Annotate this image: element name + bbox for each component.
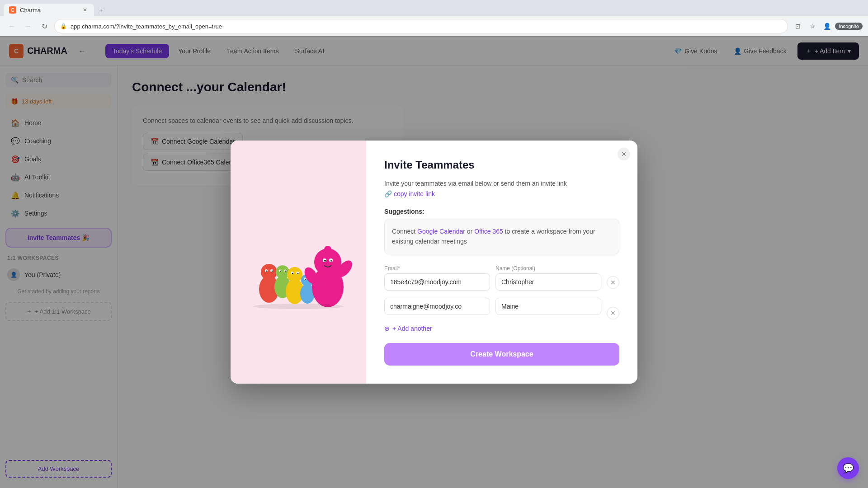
extension-button[interactable]: ⊡: [792, 20, 804, 33]
profile-button[interactable]: 👤: [821, 20, 833, 33]
name-group-2: [495, 296, 601, 315]
bookmark-button[interactable]: ☆: [806, 20, 819, 33]
svg-point-33: [253, 304, 344, 309]
add-another-label: + Add another: [392, 325, 432, 332]
browser-controls: ← → ↻ 🔒 app.charma.com/?invite_teammates…: [0, 16, 868, 36]
modal-description: Invite your teammates via email below or…: [384, 178, 619, 199]
svg-point-16: [292, 273, 293, 274]
svg-point-4: [266, 271, 268, 272]
suggestions-label: Suggestions:: [384, 208, 619, 215]
characters-illustration: [244, 199, 353, 325]
email-label-1: Email*: [384, 265, 490, 272]
name-label-1: Name (Optional): [495, 265, 601, 272]
svg-point-32: [324, 246, 331, 253]
google-calendar-link[interactable]: Google Calendar: [417, 226, 465, 236]
chat-icon: 💬: [843, 463, 854, 474]
create-workspace-label: Create Workspace: [470, 350, 533, 358]
back-button[interactable]: ←: [5, 20, 18, 33]
browser-chrome: C Charma ✕ + ← → ↻ 🔒 app.charma.com/?inv…: [0, 0, 868, 37]
modal-desc-text: Invite your teammates via email below or…: [384, 180, 567, 187]
incognito-badge: Incognito: [835, 23, 863, 30]
add-another-button[interactable]: ⊕ + Add another: [384, 325, 432, 332]
delete-row-2-button[interactable]: ✕: [607, 307, 619, 319]
svg-point-17: [297, 273, 299, 274]
copy-link-label: copy invite link: [394, 189, 435, 199]
modal-overlay: × Invite Teammates Invite your teammates…: [0, 36, 868, 488]
name-group-1: Name (Optional): [495, 265, 601, 291]
svg-point-30: [324, 260, 326, 262]
svg-point-10: [280, 271, 281, 272]
new-tab-button[interactable]: +: [94, 4, 184, 16]
svg-point-22: [305, 279, 306, 280]
office365-link[interactable]: Office 365: [474, 226, 503, 236]
suggestions-box: Connect Google Calendar or Office 365 to…: [384, 219, 619, 254]
svg-point-7: [276, 265, 289, 279]
modal-title: Invite Teammates: [384, 159, 619, 171]
browser-actions: ⊡ ☆ 👤 Incognito: [792, 20, 863, 33]
address-bar[interactable]: 🔒 app.charma.com/?invite_teammates_by_em…: [54, 19, 788, 33]
email-group-2: [384, 296, 490, 315]
svg-point-11: [285, 271, 286, 272]
svg-point-31: [330, 260, 332, 262]
modal-illustration-panel: [231, 141, 366, 384]
modal-close-button[interactable]: ×: [618, 148, 630, 160]
email-input-1[interactable]: [384, 273, 490, 291]
svg-point-13: [287, 267, 302, 282]
link-icon: 🔗: [384, 189, 392, 199]
form-row-2: ✕: [384, 296, 619, 319]
create-workspace-button[interactable]: Create Workspace: [384, 343, 619, 366]
tab-bar: C Charma ✕ +: [0, 0, 868, 16]
name-input-1[interactable]: [495, 273, 601, 291]
favicon: C: [9, 6, 16, 14]
modal-form-panel: × Invite Teammates Invite your teammates…: [366, 141, 637, 384]
svg-point-5: [272, 271, 273, 272]
url-text: app.charma.com/?invite_teammates_by_emai…: [71, 23, 222, 30]
invite-modal: × Invite Teammates Invite your teammates…: [231, 141, 637, 384]
delete-row-1-button[interactable]: ✕: [607, 276, 619, 289]
name-input-2[interactable]: [495, 298, 601, 315]
tab-title: Charma: [20, 7, 41, 14]
email-group-1: Email*: [384, 265, 490, 291]
email-input-2[interactable]: [384, 298, 490, 315]
add-another-icon: ⊕: [384, 325, 390, 332]
lock-icon: 🔒: [60, 23, 67, 29]
browser-tab[interactable]: C Charma ✕: [4, 4, 94, 16]
forward-button[interactable]: →: [22, 20, 34, 33]
reload-button[interactable]: ↻: [38, 20, 51, 33]
chat-bubble-button[interactable]: 💬: [837, 457, 859, 479]
copy-invite-link[interactable]: 🔗 copy invite link: [384, 189, 435, 199]
tab-close-button[interactable]: ✕: [81, 6, 89, 14]
svg-point-1: [261, 264, 277, 280]
form-row-1: Email* Name (Optional) ✕: [384, 265, 619, 291]
